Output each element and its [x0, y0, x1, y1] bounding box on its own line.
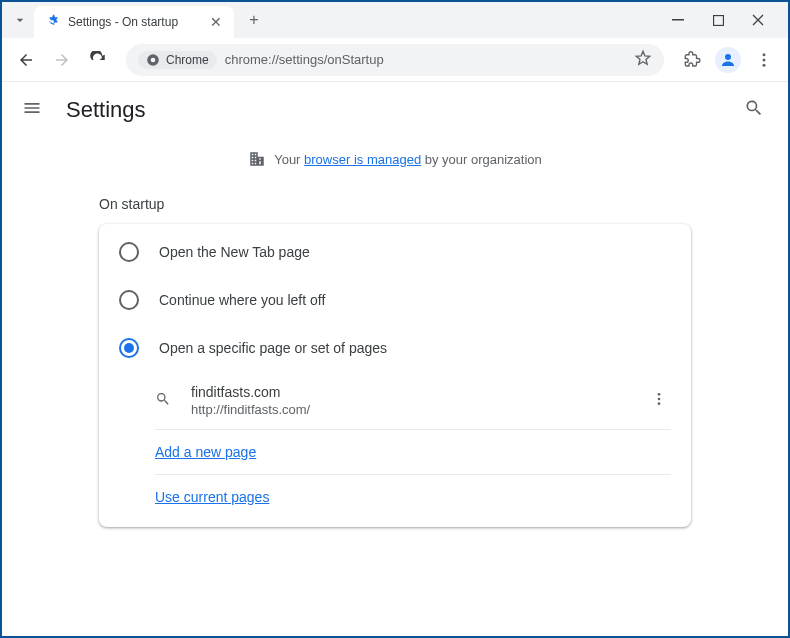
svg-rect-1	[713, 15, 723, 25]
forward-button[interactable]	[46, 44, 78, 76]
svg-point-6	[763, 58, 766, 61]
managed-banner: Your browser is managed by your organiza…	[2, 138, 788, 180]
add-new-page-link[interactable]: Add a new page	[155, 444, 256, 460]
radio-unchecked-icon	[119, 242, 139, 262]
minimize-button[interactable]	[664, 6, 692, 34]
omnibox-chip-label: Chrome	[166, 53, 209, 67]
page-item-title: finditfasts.com	[191, 384, 631, 400]
extensions-button[interactable]	[676, 44, 708, 76]
svg-point-5	[763, 53, 766, 56]
omnibox-url: chrome://settings/onStartup	[225, 52, 626, 67]
svg-point-3	[151, 57, 156, 62]
reload-button[interactable]	[82, 44, 114, 76]
new-tab-button[interactable]: +	[240, 6, 268, 34]
menu-button[interactable]	[748, 44, 780, 76]
settings-favicon	[44, 14, 60, 30]
use-current-pages-link[interactable]: Use current pages	[155, 489, 269, 505]
browser-tab[interactable]: Settings - On startup ✕	[34, 6, 234, 38]
svg-point-9	[658, 397, 661, 400]
page-item-menu-button[interactable]	[647, 391, 671, 411]
titlebar: Settings - On startup ✕ +	[2, 2, 788, 38]
omnibox[interactable]: Chrome chrome://settings/onStartup	[126, 44, 664, 76]
option-new-tab[interactable]: Open the New Tab page	[99, 228, 691, 276]
svg-rect-0	[672, 19, 684, 21]
radio-checked-icon	[119, 338, 139, 358]
tab-search-dropdown[interactable]	[6, 6, 34, 34]
managed-prefix: Your	[274, 152, 304, 167]
content-area: Settings Your browser is managed by your…	[2, 82, 788, 636]
managed-suffix: by your organization	[421, 152, 542, 167]
option-label: Continue where you left off	[159, 292, 325, 308]
tab-title: Settings - On startup	[68, 15, 200, 29]
toolbar: Chrome chrome://settings/onStartup	[2, 38, 788, 82]
startup-page-row: finditfasts.com http://finditfasts.com/	[155, 372, 671, 430]
option-continue[interactable]: Continue where you left off	[99, 276, 691, 324]
close-window-button[interactable]	[744, 6, 772, 34]
bookmark-star-icon[interactable]	[634, 49, 652, 71]
maximize-button[interactable]	[704, 6, 732, 34]
section-title: On startup	[99, 180, 691, 224]
svg-point-7	[763, 63, 766, 66]
hamburger-menu-button[interactable]	[22, 98, 46, 122]
option-label: Open the New Tab page	[159, 244, 310, 260]
chrome-icon	[146, 53, 160, 67]
managed-link[interactable]: browser is managed	[304, 152, 421, 167]
building-icon	[248, 150, 266, 168]
svg-point-8	[658, 393, 661, 396]
back-button[interactable]	[10, 44, 42, 76]
tab-close-button[interactable]: ✕	[208, 14, 224, 30]
option-specific-pages[interactable]: Open a specific page or set of pages	[99, 324, 691, 372]
startup-card: Open the New Tab page Continue where you…	[99, 224, 691, 527]
svg-point-4	[725, 54, 731, 60]
search-settings-button[interactable]	[744, 98, 768, 122]
page-item-url: http://finditfasts.com/	[191, 402, 631, 417]
svg-point-10	[658, 402, 661, 405]
omnibox-chip: Chrome	[138, 51, 217, 69]
search-icon	[155, 391, 175, 411]
option-label: Open a specific page or set of pages	[159, 340, 387, 356]
page-title: Settings	[66, 97, 724, 123]
profile-button[interactable]	[712, 44, 744, 76]
settings-header: Settings	[2, 82, 788, 138]
radio-unchecked-icon	[119, 290, 139, 310]
profile-avatar-icon	[719, 51, 737, 69]
